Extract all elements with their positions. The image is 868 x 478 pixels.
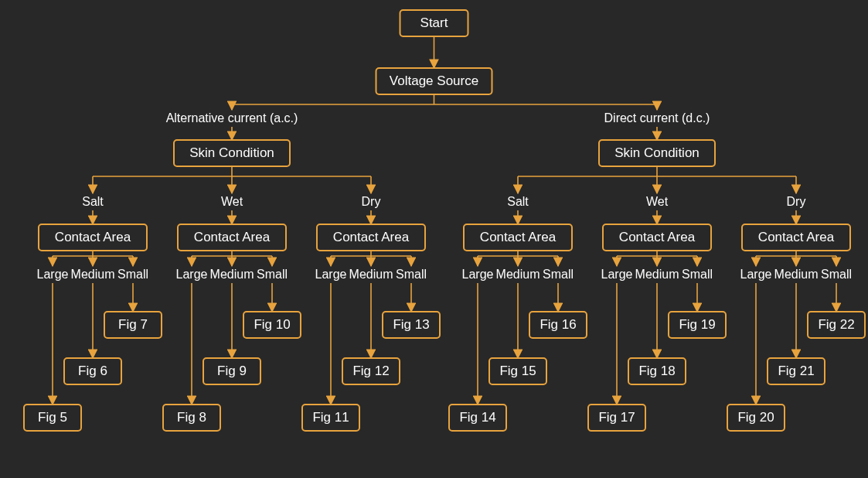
svg-text:Fig 7: Fig 7 (118, 317, 148, 332)
node-fig-22: Fig 22 (808, 312, 865, 338)
label-dc-salt: Salt (507, 195, 529, 208)
svg-text:Fig 15: Fig 15 (499, 364, 536, 378)
svg-text:Fig 18: Fig 18 (638, 364, 675, 378)
node-fig-10: Fig 10 (243, 312, 301, 338)
svg-text:Fig 13: Fig 13 (393, 317, 429, 332)
node-fig-15: Fig 15 (489, 358, 546, 384)
svg-text:Fig 10: Fig 10 (254, 317, 290, 332)
node-contact-area-ac-1: Contact Area (178, 224, 286, 251)
svg-text:Start: Start (420, 15, 448, 30)
svg-text:Fig 11: Fig 11 (312, 410, 349, 425)
label-ac-dry: Dry (362, 195, 381, 208)
label-dc-dry-medium: Medium (774, 268, 819, 281)
svg-text:Fig 19: Fig 19 (679, 317, 715, 332)
label-dc-dry-small: Small (821, 268, 852, 281)
node-fig-13: Fig 13 (383, 312, 440, 338)
label-dc-wet-large: Large (601, 268, 633, 281)
label-ac-wet: Wet (221, 195, 243, 208)
node-contact-area-dc-1: Contact Area (603, 224, 711, 251)
svg-text:Fig 16: Fig 16 (540, 317, 576, 332)
svg-text:Contact Area: Contact Area (55, 230, 131, 244)
label-dc-wet-medium: Medium (635, 268, 679, 281)
label-ac-salt: Salt (82, 195, 104, 208)
node-fig-14: Fig 14 (449, 405, 506, 431)
node-fig-5: Fig 5 (24, 405, 81, 431)
label-ac-salt-small: Small (117, 268, 148, 281)
node-contact-area-ac-2: Contact Area (317, 224, 425, 251)
svg-text:Skin Condition: Skin Condition (189, 145, 274, 160)
node-fig-12: Fig 12 (342, 358, 400, 384)
node-fig-11: Fig 11 (302, 405, 359, 431)
label-ac-salt-medium: Medium (71, 268, 115, 281)
label-dc-dry-large: Large (740, 268, 772, 281)
label-dc-dry: Dry (787, 195, 806, 208)
label-ac-salt-large: Large (37, 268, 69, 281)
svg-text:Voltage Source: Voltage Source (390, 73, 478, 88)
flowchart-diagram: StartVoltage SourceSkin ConditionSkin Co… (0, 0, 868, 478)
label-dc-wet-small: Small (682, 268, 713, 281)
svg-text:Fig 6: Fig 6 (78, 364, 107, 378)
label-ac-dry-small: Small (396, 268, 427, 281)
svg-text:Contact Area: Contact Area (194, 230, 271, 244)
node-fig-20: Fig 20 (727, 405, 785, 431)
svg-text:Skin Condition: Skin Condition (614, 145, 700, 160)
svg-text:Fig 14: Fig 14 (459, 410, 495, 425)
node-fig-8: Fig 8 (163, 405, 220, 431)
node-start: Start (400, 10, 468, 36)
node-fig-18: Fig 18 (628, 358, 686, 384)
label-dc-salt-large: Large (462, 268, 494, 281)
label-dc: Direct current (d.c.) (604, 111, 710, 125)
svg-text:Fig 5: Fig 5 (38, 410, 67, 425)
svg-text:Contact Area: Contact Area (480, 230, 557, 244)
node-fig-7: Fig 7 (104, 312, 162, 338)
svg-text:Fig 22: Fig 22 (818, 317, 854, 332)
label-dc-wet: Wet (646, 195, 669, 208)
label-ac-wet-small: Small (257, 268, 288, 281)
svg-text:Contact Area: Contact Area (758, 230, 835, 244)
svg-text:Fig 9: Fig 9 (217, 364, 247, 378)
node-fig-17: Fig 17 (588, 405, 645, 431)
label-ac: Alternative current (a.c.) (166, 111, 298, 125)
svg-text:Fig 8: Fig 8 (177, 410, 206, 425)
node-contact-area-ac-0: Contact Area (39, 224, 147, 251)
node-skin-condition-ac: Skin Condition (174, 140, 290, 166)
label-ac-wet-large: Large (176, 268, 208, 281)
node-contact-area-dc-0: Contact Area (464, 224, 572, 251)
label-ac-dry-medium: Medium (349, 268, 393, 281)
svg-text:Fig 20: Fig 20 (737, 410, 774, 425)
label-dc-salt-small: Small (543, 268, 574, 281)
node-fig-9: Fig 9 (203, 358, 260, 384)
svg-text:Fig 17: Fig 17 (598, 410, 635, 425)
label-dc-salt-medium: Medium (496, 268, 540, 281)
svg-text:Fig 21: Fig 21 (778, 364, 814, 378)
svg-text:Contact Area: Contact Area (333, 230, 410, 244)
label-ac-wet-medium: Medium (210, 268, 254, 281)
svg-text:Fig 12: Fig 12 (352, 364, 389, 378)
node-fig-6: Fig 6 (64, 358, 121, 384)
node-contact-area-dc-2: Contact Area (742, 224, 850, 251)
label-ac-dry-large: Large (315, 268, 347, 281)
node-fig-21: Fig 21 (768, 358, 825, 384)
node-fig-16: Fig 16 (529, 312, 587, 338)
node-fig-19: Fig 19 (669, 312, 726, 338)
node-voltage-source: Voltage Source (376, 68, 492, 94)
svg-text:Contact Area: Contact Area (619, 230, 696, 244)
node-skin-condition-dc: Skin Condition (599, 140, 715, 166)
